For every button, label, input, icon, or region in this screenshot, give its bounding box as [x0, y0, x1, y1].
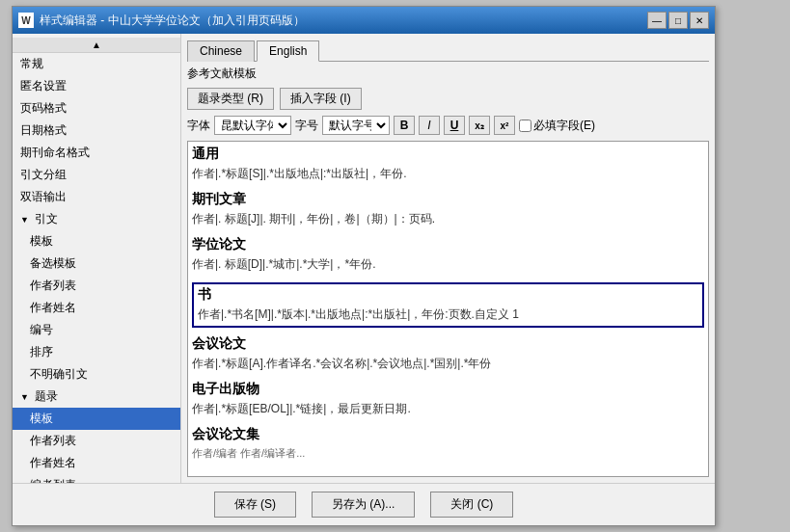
sidebar-item-citation-author-name[interactable]: 作者姓名 [13, 297, 180, 319]
main-window: W 样式编辑器 - 中山大学学位论文（加入引用页码版） — □ ✕ ▲ 常规 匿… [12, 6, 716, 526]
heading-general: 通用 [192, 146, 704, 163]
font-label: 字体 [187, 118, 210, 134]
sidebar-item-bibliography[interactable]: ▼ 题录 [13, 386, 180, 408]
sidebar-item-citation-template[interactable]: 模板 [13, 230, 180, 253]
section-conference: 会议论文 作者|.*标题[A].作者译名.*会议名称|.*会议地点|.*国别|.… [192, 335, 704, 373]
save-as-button[interactable]: 另存为 (A)... [312, 492, 415, 518]
required-field-checkbox-label[interactable]: 必填字段(E) [519, 118, 595, 134]
minimize-button[interactable]: — [647, 12, 667, 29]
tab-label: English [269, 44, 307, 58]
heading-thesis: 学位论文 [192, 236, 704, 253]
sidebar-item-label: 模板 [30, 412, 53, 425]
section-general: 通用 作者|.*标题[S]|.*出版地点|:*出版社|，年份. [192, 146, 704, 183]
sidebar-item-label: 作者姓名 [30, 301, 76, 314]
heading-journal: 期刊文章 [192, 191, 704, 208]
section-thesis: 学位论文 作者|. 标题[D]|.*城市|.*大学|，*年份. [192, 236, 704, 274]
underline-button[interactable]: U [444, 116, 465, 135]
sidebar-item-label: 作者姓名 [30, 456, 76, 469]
italic-button[interactable]: I [419, 116, 440, 135]
maximize-button[interactable]: □ [668, 12, 688, 29]
bold-button[interactable]: B [394, 116, 415, 135]
expand-icon: ▼ [20, 215, 29, 225]
content-area: Chinese English 参考文献模板 题录类型 (R) 插入字段 (I)… [181, 34, 715, 483]
section-conference-proceedings: 会议论文集 作者/编者 作者/编译者... [192, 426, 704, 463]
insert-button[interactable]: 插入字段 (I) [280, 88, 362, 110]
sidebar-item-bibliography-author-name[interactable]: 作者姓名 [13, 452, 180, 474]
close-window-button[interactable]: ✕ [690, 12, 709, 29]
sidebar-item-citation-number[interactable]: 编号 [13, 319, 180, 341]
sidebar-item-journal-format[interactable]: 期刊命名格式 [13, 142, 180, 164]
format-row: 字体 昆默认字体 字号 默认字号 B I U x₂ x² 必填字段(E) [187, 116, 709, 135]
superscript-button[interactable]: x² [494, 116, 515, 135]
heading-book: 书 [198, 286, 698, 304]
heading-electronic: 电子出版物 [192, 381, 704, 398]
sidebar-item-label: 引文分组 [20, 168, 67, 181]
sidebar-item-label: 备选模板 [30, 256, 76, 270]
font-select[interactable]: 昆默认字体 [214, 116, 291, 135]
sidebar-item-label: 引文 [35, 212, 58, 226]
sidebar-item-bibliography-template[interactable]: 模板 [13, 408, 180, 430]
sidebar-item-label: 编号 [30, 323, 53, 336]
sidebar-item-label: 常规 [20, 57, 43, 70]
section-title: 参考文献模板 [187, 66, 709, 82]
sidebar-item-label: 页码格式 [20, 101, 67, 115]
text-conference: 作者|.*标题[A].作者译名.*会议名称|.*会议地点|.*国别|.*年份 [192, 355, 704, 373]
sidebar-item-label: 双语输出 [20, 190, 67, 203]
sidebar-item-citation-author-list[interactable]: 作者列表 [13, 275, 180, 297]
sidebar-item-anonymous[interactable]: 匿名设置 [13, 75, 180, 97]
heading-proceedings: 会议论文集 [192, 426, 704, 443]
text-book: 作者|.*书名[M]|.*版本|.*出版地点|:*出版社|，年份:页数.自定义 … [198, 306, 698, 324]
sidebar-item-label: 期刊命名格式 [20, 146, 90, 159]
sidebar-item-label: 模板 [30, 234, 53, 248]
sidebar-item-label: 题录 [35, 389, 58, 403]
size-select[interactable]: 默认字号 [322, 116, 390, 135]
section-book-highlighted: 书 作者|.*书名[M]|.*版本|.*出版地点|:*出版社|，年份:页数.自定… [192, 282, 704, 328]
tab-label: Chinese [200, 44, 242, 58]
expand-icon: ▼ [20, 392, 29, 402]
sidebar-item-page-format[interactable]: 页码格式 [13, 97, 180, 120]
sidebar-item-label: 日期格式 [20, 123, 67, 137]
sidebar-item-citation-sort[interactable]: 排序 [13, 341, 180, 363]
type-button[interactable]: 题录类型 (R) [187, 88, 274, 110]
sidebar-item-date-format[interactable]: 日期格式 [13, 120, 180, 142]
window-controls: — □ ✕ [647, 12, 709, 29]
app-icon-text: W [21, 15, 30, 26]
title-bar: W 样式编辑器 - 中山大学学位论文（加入引用页码版） — □ ✕ [13, 7, 715, 34]
tab-bar: Chinese English [187, 40, 709, 62]
required-field-label: 必填字段(E) [533, 118, 595, 134]
editor-area[interactable]: 通用 作者|.*标题[S]|.*出版地点|:*出版社|，年份. 期刊文章 作者|… [187, 141, 709, 477]
text-thesis: 作者|. 标题[D]|.*城市|.*大学|，*年份. [192, 255, 704, 274]
sidebar-item-general[interactable]: 常规 [13, 53, 180, 75]
text-electronic: 作者|.*标题[EB/OL]|.*链接|，最后更新日期. [192, 400, 704, 418]
main-body: ▲ 常规 匿名设置 页码格式 日期格式 期刊命名格式 引文分组 双语输出 [13, 34, 715, 483]
sidebar-item-bibliography-author-list[interactable]: 作者列表 [13, 430, 180, 452]
section-journal: 期刊文章 作者|. 标题[J]|. 期刊|，年份|，卷|（期）|：页码. [192, 191, 704, 228]
text-journal: 作者|. 标题[J]|. 期刊|，年份|，卷|（期）|：页码. [192, 210, 704, 228]
sidebar-item-label: 作者列表 [30, 434, 76, 447]
heading-conference: 会议论文 [192, 335, 704, 353]
sidebar-item-citation-ambiguous[interactable]: 不明确引文 [13, 363, 180, 386]
sidebar-item-label: 匿名设置 [20, 79, 67, 93]
required-field-checkbox[interactable] [519, 120, 531, 132]
subscript-button[interactable]: x₂ [469, 116, 490, 135]
sidebar-item-label: 排序 [30, 345, 53, 359]
toolbar-row: 题录类型 (R) 插入字段 (I) [187, 88, 709, 110]
text-general: 作者|.*标题[S]|.*出版地点|:*出版社|，年份. [192, 165, 704, 183]
sidebar-item-label: 不明确引文 [30, 367, 88, 381]
sidebar-scroll-up[interactable]: ▲ [13, 38, 180, 53]
sidebar-item-citation-group[interactable]: 引文分组 [13, 164, 180, 186]
save-button[interactable]: 保存 (S) [214, 492, 296, 518]
close-button[interactable]: 关闭 (C) [430, 492, 513, 518]
section-electronic: 电子出版物 作者|.*标题[EB/OL]|.*链接|，最后更新日期. [192, 381, 704, 418]
sidebar-item-citation[interactable]: ▼ 引文 [13, 208, 180, 230]
footer-bar: 保存 (S) 另存为 (A)... 关闭 (C) [13, 483, 715, 525]
sidebar-item-bibliography-editor-list[interactable]: 编者列表 [13, 474, 180, 483]
window-title: 样式编辑器 - 中山大学学位论文（加入引用页码版） [40, 13, 647, 29]
tab-english[interactable]: English [257, 40, 319, 62]
app-icon: W [18, 13, 34, 28]
size-label: 字号 [295, 118, 318, 134]
text-proceedings: 作者/编者 作者/编译者... [192, 445, 704, 463]
sidebar-item-citation-alt-template[interactable]: 备选模板 [13, 253, 180, 275]
sidebar-item-bilingual[interactable]: 双语输出 [13, 186, 180, 208]
tab-chinese[interactable]: Chinese [187, 40, 255, 62]
